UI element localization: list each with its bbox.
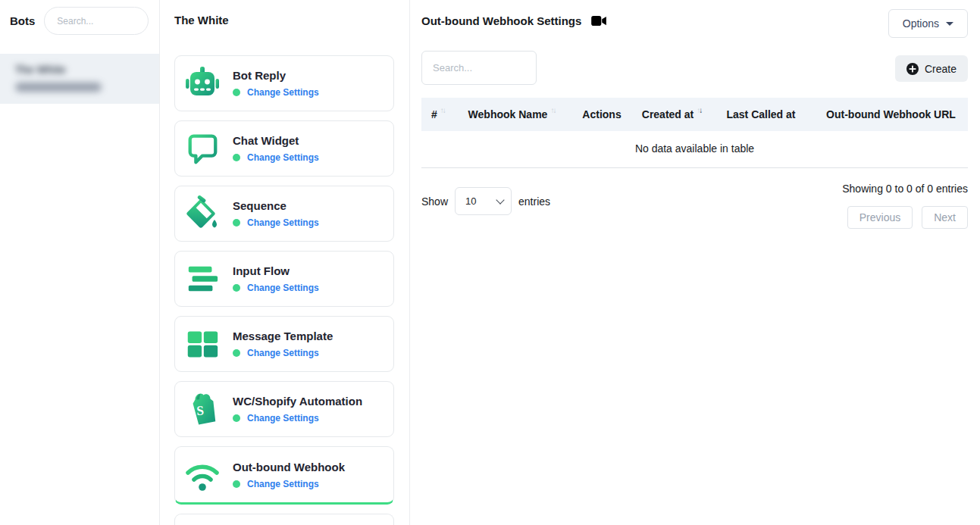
- wifi-icon: [184, 457, 221, 493]
- table-footer: Show 10 entries Showing 0 to 0 of 0 entr…: [421, 181, 968, 229]
- video-camera-icon[interactable]: [591, 15, 607, 27]
- chat-bubble-icon: [184, 130, 221, 167]
- card-bot-reply[interactable]: Bot Reply Change Settings: [174, 55, 394, 111]
- column-header-webhook-url: Out-bound Webhook URL: [814, 108, 968, 120]
- webhook-settings-panel: Out-bound Webhook Settings Options: [410, 0, 980, 525]
- pagination-summary: Showing 0 to 0 of 0 entries: [842, 183, 968, 195]
- page-title: Out-bound Webhook Settings: [421, 14, 581, 27]
- bot-list-item-selected[interactable]: The White: [0, 54, 159, 104]
- create-label: Create: [925, 63, 957, 75]
- grid-icon: [184, 326, 221, 362]
- page-size-group: Show 10 entries: [421, 187, 550, 215]
- bot-panel-title: The White: [174, 14, 229, 27]
- sort-icon: ↑↓: [440, 106, 445, 114]
- change-settings-link[interactable]: Change Settings: [247, 479, 319, 489]
- shopify-bag-icon: S: [184, 391, 221, 427]
- card-next-partial[interactable]: [174, 514, 394, 525]
- page-size-select[interactable]: 10: [455, 187, 512, 215]
- entries-label: entries: [518, 195, 550, 208]
- chevron-down-icon: [946, 22, 953, 26]
- bots-search-input[interactable]: [44, 7, 149, 35]
- create-button[interactable]: Create: [895, 55, 968, 82]
- card-title: WC/Shopify Automation: [233, 395, 362, 408]
- card-title: Sequence: [233, 199, 319, 212]
- change-settings-link[interactable]: Change Settings: [247, 283, 319, 293]
- status-dot: [233, 219, 240, 227]
- sort-icon-active: ↑↓: [697, 106, 701, 114]
- column-header-created-at[interactable]: Created at ↑↓: [635, 108, 708, 120]
- status-dot: [233, 349, 240, 357]
- column-header-webhook-name[interactable]: Webhook Name ↑↓: [455, 108, 568, 120]
- card-title: Chat Widget: [233, 134, 319, 147]
- table-header-row: # ↑↓ Webhook Name ↑↓ Actions Created at …: [421, 98, 968, 131]
- bot-phone-redacted: [15, 83, 102, 92]
- card-input-flow[interactable]: Input Flow Change Settings: [174, 251, 394, 307]
- status-dot: [233, 480, 240, 488]
- card-title: Message Template: [233, 330, 333, 342]
- webhooks-table: # ↑↓ Webhook Name ↑↓ Actions Created at …: [421, 98, 968, 168]
- options-button[interactable]: Options: [888, 9, 968, 38]
- sidebar-title: Bots: [10, 14, 35, 27]
- table-toolbar: Create: [421, 51, 968, 85]
- next-button[interactable]: Next: [922, 206, 968, 229]
- card-title: Bot Reply: [233, 69, 319, 82]
- change-settings-link[interactable]: Change Settings: [247, 348, 319, 358]
- page-size-select-wrap: 10: [455, 187, 512, 215]
- change-settings-link[interactable]: Change Settings: [247, 217, 319, 228]
- status-dot: [233, 89, 240, 96]
- robot-icon: [184, 65, 221, 102]
- main-header: Out-bound Webhook Settings Options: [410, 0, 980, 38]
- column-header-actions: Actions: [568, 108, 635, 120]
- pagination: Showing 0 to 0 of 0 entries Previous Nex…: [842, 181, 968, 229]
- sidebar-header: Bots: [0, 0, 159, 42]
- bot-name-redacted: The White: [15, 64, 144, 76]
- webhook-search-input[interactable]: [421, 51, 537, 85]
- show-label: Show: [421, 195, 448, 208]
- status-dot: [233, 414, 240, 422]
- change-settings-link[interactable]: Change Settings: [247, 152, 319, 163]
- change-settings-link[interactable]: Change Settings: [247, 87, 319, 98]
- paint-bucket-icon: [184, 195, 221, 232]
- previous-button[interactable]: Previous: [847, 206, 913, 229]
- svg-text:S: S: [196, 403, 205, 418]
- card-sequence[interactable]: Sequence Change Settings: [174, 186, 394, 242]
- change-settings-link[interactable]: Change Settings: [247, 413, 319, 423]
- card-message-template[interactable]: Message Template Change Settings: [174, 316, 394, 372]
- card-wc-shopify[interactable]: S WC/Shopify Automation Change Settings: [174, 381, 394, 437]
- status-dot: [233, 154, 240, 161]
- options-label: Options: [903, 17, 939, 30]
- card-out-bound-webhook[interactable]: Out-bound Webhook Change Settings: [174, 446, 394, 505]
- card-title: Input Flow: [233, 264, 319, 277]
- card-title: Out-bound Webhook: [233, 461, 345, 473]
- card-chat-widget[interactable]: Chat Widget Change Settings: [174, 120, 394, 177]
- table-empty-message: No data available in table: [421, 131, 968, 168]
- bots-sidebar: Bots The White: [0, 0, 160, 525]
- sort-icon: ↑↓: [550, 106, 555, 114]
- status-dot: [233, 284, 240, 292]
- bot-settings-panel: The White Bot Reply: [160, 0, 410, 525]
- settings-card-list: Bot Reply Change Settings Chat Widget Ch…: [174, 55, 394, 525]
- column-header-last-called-at: Last Called at: [708, 108, 814, 120]
- bars-icon: [184, 261, 221, 297]
- plus-circle-icon: [906, 63, 919, 75]
- column-header-number[interactable]: # ↑↓: [421, 108, 455, 120]
